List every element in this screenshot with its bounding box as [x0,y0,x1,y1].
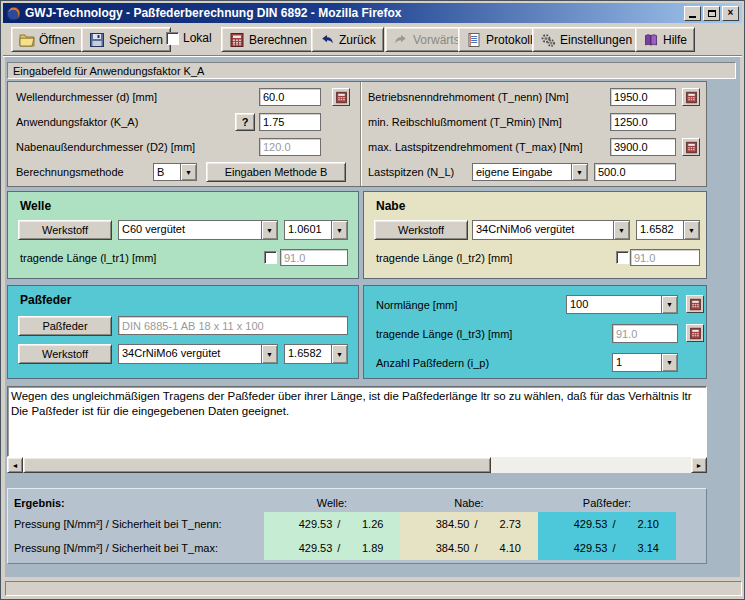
result-col-passfeder: Paßfeder: [538,493,676,512]
calculate-button[interactable]: Berechnen [221,27,315,52]
maximize-button[interactable] [703,6,720,21]
nabe-panel: Nabe Werkstoff 34CrNiMo6 vergütet ▼ 1.65… [363,191,707,279]
welle-material-no-select[interactable]: 1.0601 ▼ [284,220,348,240]
minimize-button[interactable] [684,6,701,21]
calculator-icon [685,141,698,154]
calc-method-select[interactable]: B ▼ [153,163,197,181]
load-peaks-input[interactable] [594,163,676,181]
passfeder-count-value: 1 [613,354,661,371]
calculator-icon [335,91,348,104]
help-book-icon [643,32,659,48]
chevron-down-icon: ▼ [331,345,347,363]
welle-length-label: tragende Länge (l_tr1) [mm] [20,252,156,264]
calculator-icon [685,91,698,104]
nabe-material-no-select[interactable]: 1.6582 ▼ [636,220,700,240]
save-button[interactable]: Speichern [81,27,171,52]
title-bar: GWJ-Technology - Paßfederberechnung DIN … [3,3,742,23]
save-button-label: Speichern [109,33,163,47]
nabe-length-input [630,249,700,266]
calc-method-value: B [154,164,180,180]
norm-length-select[interactable]: 100 ▼ [566,295,678,314]
help-button[interactable]: Hilfe [635,27,695,52]
welle-length-checkbox[interactable] [264,251,277,264]
welle-material-select[interactable]: C60 vergütet ▼ [118,220,278,240]
result-col-nabe: Nabe: [400,493,538,512]
norm-length-label: Normlänge [mm] [376,299,457,311]
save-icon [89,32,105,48]
result-cell-passfeder-tmax: 429.53/3.14 [538,536,676,560]
calc-method-label: Berechnungsmethode [16,166,124,178]
calculator-icon [689,327,702,340]
passfeder-werkstoff-button[interactable]: Werkstoff [18,344,112,364]
load-peaks-select[interactable]: eigene Eingabe ▼ [472,163,588,181]
calculator-icon [229,32,245,48]
open-button[interactable]: Öffnen [11,27,83,52]
result-cell-passfeder-tnenn: 429.53/2.10 [538,512,676,536]
min-friction-torque-input[interactable] [610,113,676,131]
nabe-material-no-value: 1.6582 [637,221,683,239]
chevron-down-icon: ▼ [331,221,347,239]
passfeder-material-select[interactable]: 34CrNiMo6 vergütet ▼ [118,344,278,364]
section-header: Eingabefeld für Anwendungsfaktor K_A [7,62,736,79]
result-cell-welle-tnenn: 429.53/1.26 [264,512,400,536]
forward-button[interactable]: Vorwärts [385,27,468,52]
application-factor-input[interactable] [259,113,321,131]
local-checkbox[interactable] [166,32,179,45]
result-row-label: Pressung [N/mm²] / Sicherheit bei T_nenn… [14,512,264,536]
settings-button-label: Einstellungen [560,33,632,47]
shaft-diameter-label: Wellendurchmesser (d) [mm] [16,91,157,103]
status-field [5,581,742,596]
toolbar: Öffnen Speichern Lokal [3,23,742,56]
message-line-2: Die Paßfeder ist für die eingegebenen Da… [11,404,706,419]
load-peaks-select-value: eigene Eingabe [473,164,571,180]
input-form-panel: Wellendurchmesser (d) [mm] Anwendungsfak… [7,81,707,187]
passfeder-count-select[interactable]: 1 ▼ [612,353,678,372]
scroll-left-arrow[interactable]: ◄ [7,457,23,473]
chevron-down-icon: ▼ [261,345,277,363]
method-b-inputs-button[interactable]: Eingaben Methode B [206,162,346,182]
scroll-right-arrow[interactable]: ► [691,457,707,473]
chevron-down-icon: ▼ [180,164,196,180]
nominal-torque-input[interactable] [610,88,676,106]
calculator-icon [689,298,702,311]
max-peak-torque-calc-button[interactable] [682,138,700,156]
help-button-label: Hilfe [663,33,687,47]
passfeder-material-no-value: 1.6582 [285,345,331,363]
norm-length-calc-button[interactable] [686,295,704,313]
passfeder-length-calc-button[interactable] [686,324,704,342]
welle-length-input [280,249,348,266]
gear-icon [540,32,556,48]
close-icon: × [728,8,734,18]
maximize-icon [708,10,716,17]
hub-outer-diameter-input [259,138,321,156]
protocol-button[interactable]: Protokoll [458,27,541,52]
shaft-diameter-calc-button[interactable] [332,88,350,106]
welle-material-no-value: 1.0601 [285,221,331,239]
nabe-length-checkbox[interactable] [616,251,629,264]
undo-arrow-icon [319,32,335,48]
nabe-werkstoff-button[interactable]: Werkstoff [374,220,468,240]
welle-panel: Welle Werkstoff C60 vergütet ▼ 1.0601 ▼ … [7,191,359,279]
shaft-diameter-input[interactable] [259,88,321,106]
document-icon [466,32,482,48]
back-button[interactable]: Zurück [311,27,384,52]
welle-material-value: C60 vergütet [119,221,261,239]
passfeder-length-label: tragende Länge (l_tr3) [mm] [376,328,512,340]
max-peak-torque-input[interactable] [610,138,676,156]
scrollbar-thumb[interactable] [23,457,491,473]
close-button[interactable]: × [722,6,739,21]
application-factor-help-button[interactable]: ? [235,113,255,131]
nabe-material-select[interactable]: 34CrNiMo6 vergütet ▼ [472,220,630,240]
horizontal-scrollbar[interactable]: ◄ ► [7,457,707,473]
passfeder-material-no-select[interactable]: 1.6582 ▼ [284,344,348,364]
result-panel: Ergebnis: Welle: Nabe: Paßfeder: Pressun… [7,488,707,564]
passfeder-select-button[interactable]: Paßfeder [18,316,112,336]
local-checkbox-label: Lokal [183,31,212,45]
chevron-down-icon: ▼ [261,221,277,239]
passfeder-title: Paßfeder [20,293,71,307]
settings-button[interactable]: Einstellungen [532,27,640,52]
nominal-torque-calc-button[interactable] [682,88,700,106]
message-textarea[interactable]: Wegen des ungleichmäßigen Tragens der Pa… [7,386,707,457]
result-cell-nabe-tnenn: 384.50/2.73 [400,512,538,536]
welle-werkstoff-button[interactable]: Werkstoff [18,220,112,240]
